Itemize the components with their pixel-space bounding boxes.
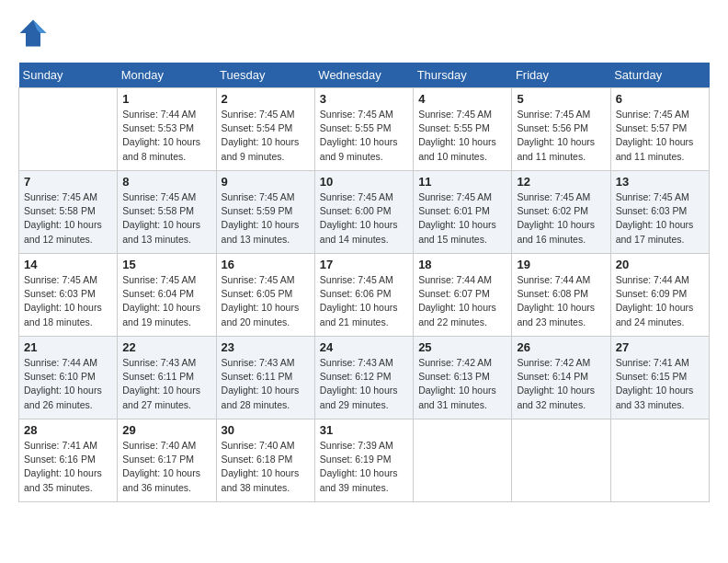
day-cell	[512, 419, 610, 502]
day-cell: 3Sunrise: 7:45 AMSunset: 5:55 PMDaylight…	[314, 88, 413, 171]
day-cell: 7Sunrise: 7:45 AMSunset: 5:58 PMDaylight…	[19, 171, 118, 254]
day-number: 4	[418, 92, 506, 106]
day-number: 5	[517, 92, 605, 106]
day-number: 3	[320, 92, 408, 106]
day-number: 12	[517, 175, 605, 189]
day-cell: 27Sunrise: 7:41 AMSunset: 6:15 PMDayligh…	[610, 337, 709, 419]
day-cell: 29Sunrise: 7:40 AMSunset: 6:17 PMDayligh…	[118, 419, 216, 502]
day-cell: 20Sunrise: 7:44 AMSunset: 6:09 PMDayligh…	[610, 254, 709, 337]
header-day-sunday: Sunday	[19, 63, 118, 88]
day-cell: 6Sunrise: 7:45 AMSunset: 5:57 PMDaylight…	[610, 88, 709, 171]
day-cell: 2Sunrise: 7:45 AMSunset: 5:54 PMDaylight…	[216, 88, 314, 171]
day-number: 28	[24, 423, 112, 437]
header-row: SundayMondayTuesdayWednesdayThursdayFrid…	[19, 63, 710, 88]
day-info: Sunrise: 7:45 AMSunset: 6:01 PMDaylight:…	[418, 190, 506, 247]
day-number: 29	[122, 423, 210, 437]
day-number: 30	[222, 423, 310, 437]
day-info: Sunrise: 7:45 AMSunset: 6:02 PMDaylight:…	[517, 190, 605, 247]
day-cell: 16Sunrise: 7:45 AMSunset: 6:05 PMDayligh…	[216, 254, 314, 337]
day-info: Sunrise: 7:45 AMSunset: 5:58 PMDaylight:…	[24, 190, 112, 247]
day-cell: 21Sunrise: 7:44 AMSunset: 6:10 PMDayligh…	[19, 337, 118, 419]
header-day-saturday: Saturday	[610, 63, 709, 88]
day-cell: 19Sunrise: 7:44 AMSunset: 6:08 PMDayligh…	[512, 254, 610, 337]
day-info: Sunrise: 7:42 AMSunset: 6:14 PMDaylight:…	[517, 356, 605, 412]
day-info: Sunrise: 7:41 AMSunset: 6:16 PMDaylight:…	[24, 439, 112, 495]
day-number: 21	[24, 340, 112, 354]
day-number: 10	[320, 175, 408, 189]
day-number: 15	[122, 258, 210, 271]
day-cell: 4Sunrise: 7:45 AMSunset: 5:55 PMDaylight…	[414, 88, 512, 171]
day-info: Sunrise: 7:45 AMSunset: 6:03 PMDaylight:…	[616, 190, 704, 247]
day-info: Sunrise: 7:41 AMSunset: 6:15 PMDaylight:…	[616, 356, 704, 412]
day-number: 11	[418, 175, 506, 189]
week-row-4: 21Sunrise: 7:44 AMSunset: 6:10 PMDayligh…	[19, 337, 710, 419]
day-info: Sunrise: 7:45 AMSunset: 6:04 PMDaylight:…	[122, 273, 210, 329]
week-row-5: 28Sunrise: 7:41 AMSunset: 6:16 PMDayligh…	[19, 419, 710, 502]
page-header	[18, 18, 710, 48]
day-info: Sunrise: 7:44 AMSunset: 6:07 PMDaylight:…	[418, 273, 506, 329]
day-cell: 31Sunrise: 7:39 AMSunset: 6:19 PMDayligh…	[314, 419, 413, 502]
day-number: 24	[320, 340, 408, 354]
day-info: Sunrise: 7:40 AMSunset: 6:17 PMDaylight:…	[122, 439, 210, 495]
day-number: 26	[517, 340, 605, 354]
logo-icon	[18, 18, 48, 48]
day-number: 17	[320, 258, 408, 271]
day-info: Sunrise: 7:44 AMSunset: 5:53 PMDaylight:…	[122, 108, 210, 164]
week-row-1: 1Sunrise: 7:44 AMSunset: 5:53 PMDaylight…	[19, 88, 710, 171]
day-info: Sunrise: 7:43 AMSunset: 6:11 PMDaylight:…	[222, 356, 310, 412]
day-cell: 22Sunrise: 7:43 AMSunset: 6:11 PMDayligh…	[118, 337, 216, 419]
day-info: Sunrise: 7:40 AMSunset: 6:18 PMDaylight:…	[222, 439, 310, 495]
day-cell: 5Sunrise: 7:45 AMSunset: 5:56 PMDaylight…	[512, 88, 610, 171]
day-info: Sunrise: 7:44 AMSunset: 6:08 PMDaylight:…	[517, 273, 605, 329]
day-info: Sunrise: 7:44 AMSunset: 6:09 PMDaylight:…	[616, 273, 704, 329]
day-cell	[19, 88, 118, 171]
day-info: Sunrise: 7:45 AMSunset: 5:54 PMDaylight:…	[222, 108, 310, 164]
day-number: 13	[616, 175, 704, 189]
day-cell: 25Sunrise: 7:42 AMSunset: 6:13 PMDayligh…	[414, 337, 512, 419]
day-number: 8	[122, 175, 210, 189]
day-cell: 9Sunrise: 7:45 AMSunset: 5:59 PMDaylight…	[216, 171, 314, 254]
day-number: 31	[320, 423, 408, 437]
day-cell: 14Sunrise: 7:45 AMSunset: 6:03 PMDayligh…	[19, 254, 118, 337]
day-cell: 13Sunrise: 7:45 AMSunset: 6:03 PMDayligh…	[610, 171, 709, 254]
logo	[18, 18, 51, 48]
day-cell: 26Sunrise: 7:42 AMSunset: 6:14 PMDayligh…	[512, 337, 610, 419]
day-info: Sunrise: 7:43 AMSunset: 6:12 PMDaylight:…	[320, 356, 408, 412]
header-day-thursday: Thursday	[414, 63, 512, 88]
day-cell: 8Sunrise: 7:45 AMSunset: 5:58 PMDaylight…	[118, 171, 216, 254]
day-number: 2	[222, 92, 310, 106]
header-day-friday: Friday	[512, 63, 610, 88]
header-day-tuesday: Tuesday	[216, 63, 314, 88]
day-info: Sunrise: 7:45 AMSunset: 5:55 PMDaylight:…	[320, 108, 408, 164]
day-info: Sunrise: 7:39 AMSunset: 6:19 PMDaylight:…	[320, 439, 408, 495]
day-info: Sunrise: 7:42 AMSunset: 6:13 PMDaylight:…	[418, 356, 506, 412]
day-cell: 15Sunrise: 7:45 AMSunset: 6:04 PMDayligh…	[118, 254, 216, 337]
day-info: Sunrise: 7:45 AMSunset: 6:00 PMDaylight:…	[320, 190, 408, 247]
day-info: Sunrise: 7:45 AMSunset: 5:57 PMDaylight:…	[616, 108, 704, 164]
header-day-monday: Monday	[118, 63, 216, 88]
day-number: 23	[222, 340, 310, 354]
day-number: 6	[616, 92, 704, 106]
day-number: 22	[122, 340, 210, 354]
day-info: Sunrise: 7:45 AMSunset: 5:56 PMDaylight:…	[517, 108, 605, 164]
day-info: Sunrise: 7:45 AMSunset: 6:03 PMDaylight:…	[24, 273, 112, 329]
day-cell: 24Sunrise: 7:43 AMSunset: 6:12 PMDayligh…	[314, 337, 413, 419]
day-cell: 18Sunrise: 7:44 AMSunset: 6:07 PMDayligh…	[414, 254, 512, 337]
day-cell: 23Sunrise: 7:43 AMSunset: 6:11 PMDayligh…	[216, 337, 314, 419]
day-info: Sunrise: 7:45 AMSunset: 6:05 PMDaylight:…	[222, 273, 310, 329]
day-cell: 30Sunrise: 7:40 AMSunset: 6:18 PMDayligh…	[216, 419, 314, 502]
day-cell: 10Sunrise: 7:45 AMSunset: 6:00 PMDayligh…	[314, 171, 413, 254]
day-number: 7	[24, 175, 112, 189]
header-day-wednesday: Wednesday	[314, 63, 413, 88]
day-cell: 17Sunrise: 7:45 AMSunset: 6:06 PMDayligh…	[314, 254, 413, 337]
day-cell: 12Sunrise: 7:45 AMSunset: 6:02 PMDayligh…	[512, 171, 610, 254]
day-cell	[414, 419, 512, 502]
day-info: Sunrise: 7:45 AMSunset: 6:06 PMDaylight:…	[320, 273, 408, 329]
day-number: 27	[616, 340, 704, 354]
day-info: Sunrise: 7:45 AMSunset: 5:59 PMDaylight:…	[222, 190, 310, 247]
day-cell: 28Sunrise: 7:41 AMSunset: 6:16 PMDayligh…	[19, 419, 118, 502]
day-number: 25	[418, 340, 506, 354]
day-number: 14	[24, 258, 112, 271]
day-info: Sunrise: 7:45 AMSunset: 5:55 PMDaylight:…	[418, 108, 506, 164]
day-info: Sunrise: 7:45 AMSunset: 5:58 PMDaylight:…	[122, 190, 210, 247]
